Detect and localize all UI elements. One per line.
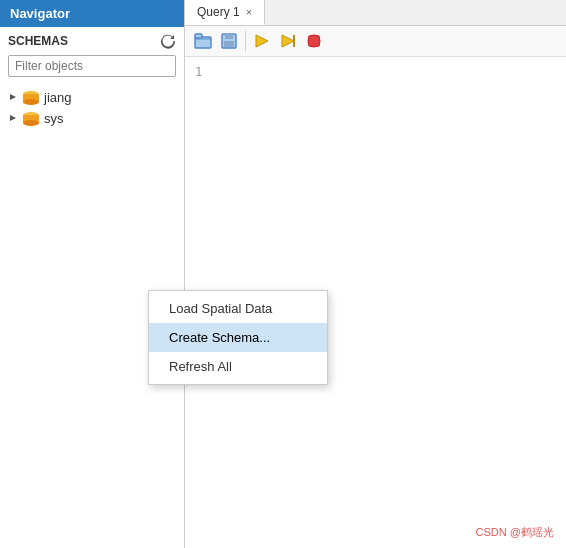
app-window: Navigator SCHEMAS xyxy=(0,0,566,548)
query-tab-1[interactable]: Query 1 × xyxy=(185,0,265,25)
schemas-header: SCHEMAS xyxy=(0,27,184,53)
svg-point-7 xyxy=(23,120,39,126)
schemas-label: SCHEMAS xyxy=(8,34,68,48)
svg-point-3 xyxy=(23,99,39,105)
svg-marker-0 xyxy=(10,94,16,100)
watermark: CSDN @鹤瑶光 xyxy=(476,525,554,540)
filter-input[interactable] xyxy=(8,55,176,77)
execute-current-button[interactable] xyxy=(276,29,300,53)
toolbar-separator-1 xyxy=(245,31,246,51)
navigator-panel: Navigator SCHEMAS xyxy=(0,0,185,548)
expand-arrow-jiang xyxy=(8,90,18,105)
context-menu-item-refresh-all[interactable]: Refresh All xyxy=(149,352,327,381)
query-tabs: Query 1 × xyxy=(185,0,566,26)
schema-item-jiang[interactable]: jiang xyxy=(0,87,184,108)
navigator-title: Navigator xyxy=(10,6,70,21)
execute-button[interactable] xyxy=(250,29,274,53)
context-menu-item-load-spatial[interactable]: Load Spatial Data xyxy=(149,294,327,323)
expand-arrow-sys xyxy=(8,111,18,126)
line-number-1: 1 xyxy=(195,65,202,79)
stop-button[interactable] xyxy=(302,29,326,53)
save-button[interactable] xyxy=(217,29,241,53)
main-area: Navigator SCHEMAS xyxy=(0,0,566,548)
svg-rect-9 xyxy=(195,34,202,38)
schema-name-sys: sys xyxy=(44,111,64,126)
open-file-button[interactable] xyxy=(191,29,215,53)
schema-item-sys[interactable]: sys xyxy=(0,108,184,129)
query-panel: Query 1 × xyxy=(185,0,566,548)
svg-marker-14 xyxy=(282,35,294,47)
context-menu-item-create-schema[interactable]: Create Schema... xyxy=(149,323,327,352)
svg-marker-13 xyxy=(256,35,268,47)
context-menu: Load Spatial Data Create Schema... Refre… xyxy=(148,290,328,385)
svg-rect-11 xyxy=(225,34,233,39)
query-toolbar xyxy=(185,26,566,57)
filter-container xyxy=(0,53,184,83)
navigator-header: Navigator xyxy=(0,0,184,27)
database-icon-jiang xyxy=(22,91,40,105)
database-icon-sys xyxy=(22,112,40,126)
svg-rect-12 xyxy=(224,41,234,47)
svg-marker-4 xyxy=(10,115,16,121)
schemas-refresh-icon[interactable] xyxy=(160,33,176,49)
tab-close-button[interactable]: × xyxy=(246,6,252,18)
query-tab-label: Query 1 xyxy=(197,5,240,19)
schema-name-jiang: jiang xyxy=(44,90,71,105)
schemas-header-left: SCHEMAS xyxy=(8,34,68,48)
